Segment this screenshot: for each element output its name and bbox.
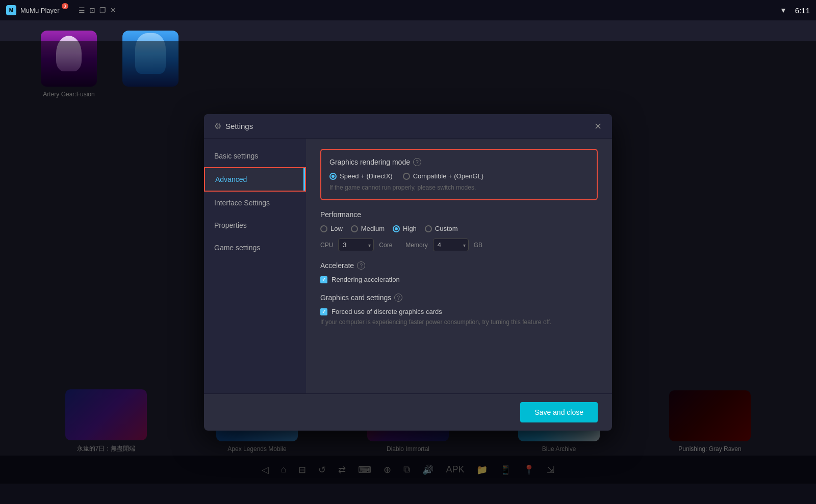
top-bar-left: M MuMu Player 3 ☰ ⊡ ❐ ✕ [6,5,116,15]
top-bar-right: ▼ 6:11 [780,6,810,15]
cpu-memory-row: CPU 3 4 6 8 Core Memory [320,238,598,251]
memory-select-wrapper: 4 6 8 [433,238,469,251]
top-bar: M MuMu Player 3 ☰ ⊡ ❐ ✕ ▼ 6:11 [0,0,816,20]
settings-nav: Basic settings Advanced Interface Settin… [204,139,306,393]
discrete-graphics-label: Forced use of discrete graphics cards [332,308,442,315]
clock: 6:11 [795,6,810,15]
radio-opengl-circle [403,173,410,180]
rendering-acceleration-label: Rendering acceleration [332,276,400,283]
graphics-help-icon[interactable]: ? [413,158,421,166]
wifi-icon: ▼ [780,6,787,14]
gb-label: GB [474,242,482,249]
graphics-card-hint: If your computer is experiencing faster … [320,319,598,326]
discrete-graphics-row: Forced use of discrete graphics cards [320,308,598,315]
modal-overlay: ⚙ Settings ✕ Basic settings Advanced Int… [0,41,816,504]
accelerate-label: Accelerate ? [320,261,598,270]
graphics-rendering-label: Graphics rendering mode ? [329,158,589,166]
graphics-card-help-icon[interactable]: ? [394,294,402,302]
settings-content: Graphics rendering mode ? Speed + (Direc… [306,139,612,393]
radio-medium[interactable]: Medium [351,225,385,232]
modal-header: ⚙ Settings ✕ [204,114,612,139]
nav-game-settings[interactable]: Game settings [204,236,306,259]
cpu-select-wrapper: 3 4 6 8 [338,238,374,251]
app-logo: M [6,5,16,15]
radio-directx[interactable]: Speed + (DirectX) [329,172,393,180]
rendering-acceleration-row: Rendering acceleration [320,276,598,283]
memory-label: Memory [405,242,427,249]
radio-directx-circle [329,173,337,180]
radio-medium-circle [351,225,358,232]
modal-close-button[interactable]: ✕ [594,122,602,131]
window-icon[interactable]: ⊡ [89,6,95,14]
radio-high[interactable]: High [393,225,417,232]
radio-low-circle [320,225,327,232]
performance-section: Performance Low Medium [320,210,598,251]
radio-custom[interactable]: Custom [425,225,458,232]
cpu-label: CPU [320,242,333,249]
nav-advanced[interactable]: Advanced [204,167,306,192]
modal-footer: Save and close [204,393,612,431]
discrete-graphics-checkbox[interactable] [320,308,327,315]
cpu-select[interactable]: 3 4 6 8 [338,238,374,251]
memory-select[interactable]: 4 6 8 [433,238,469,251]
graphics-radio-group: Speed + (DirectX) Compatible + (OpenGL) [329,172,589,180]
modal-title: ⚙ Settings [214,121,253,131]
notification-badge: 3 [62,3,68,9]
graphics-card-label: Graphics card settings ? [320,294,598,302]
app-title: MuMu Player [20,7,60,14]
rendering-acceleration-checkbox[interactable] [320,276,327,283]
settings-gear-icon: ⚙ [214,121,221,131]
radio-custom-circle [425,225,432,232]
nav-properties[interactable]: Properties [204,214,306,236]
graphics-rendering-section: Graphics rendering mode ? Speed + (Direc… [320,149,598,200]
settings-modal: ⚙ Settings ✕ Basic settings Advanced Int… [204,114,612,431]
radio-opengl[interactable]: Compatible + (OpenGL) [403,172,483,180]
accelerate-section: Accelerate ? Rendering acceleration [320,261,598,283]
radio-high-circle [393,225,400,232]
nav-interface-settings[interactable]: Interface Settings [204,192,306,214]
performance-label: Performance [320,210,598,219]
core-label: Core [379,242,392,249]
accelerate-help-icon[interactable]: ? [357,261,365,270]
graphics-card-section: Graphics card settings ? Forced use of d… [320,294,598,326]
performance-radio-group: Low Medium High [320,225,598,232]
save-and-close-button[interactable]: Save and close [520,402,598,422]
nav-basic-settings[interactable]: Basic settings [204,145,306,167]
menu-icon[interactable]: ☰ [79,6,85,14]
graphics-hint: If the game cannot run properly, please … [329,184,589,191]
modal-body: Basic settings Advanced Interface Settin… [204,139,612,393]
close-window-icon[interactable]: ✕ [110,6,116,14]
radio-low[interactable]: Low [320,225,343,232]
restore-icon[interactable]: ❐ [99,6,106,14]
desktop-area: Artery Gear:Fusion 永遠的7日：無盡開端 Apex Legen… [0,20,816,484]
